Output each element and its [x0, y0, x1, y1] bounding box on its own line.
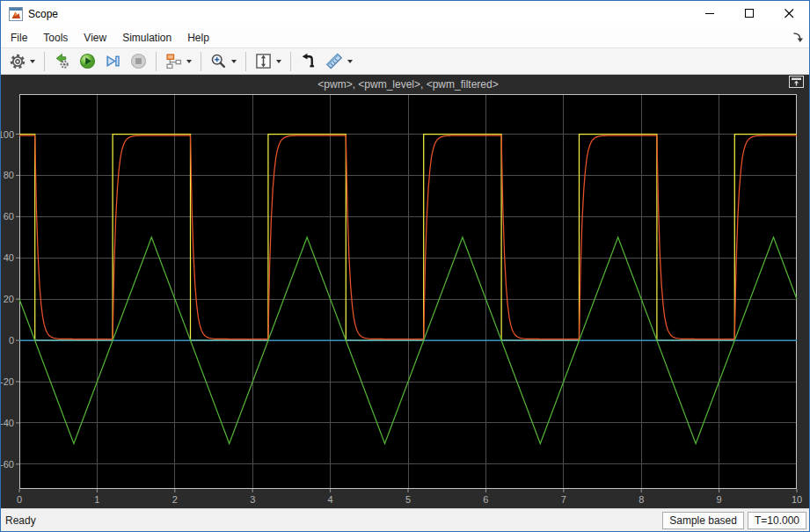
- x-tick-label: 5: [405, 494, 411, 505]
- menu-file[interactable]: File: [3, 29, 35, 47]
- x-tick-label: 9: [717, 494, 722, 505]
- window-title: Scope: [28, 8, 58, 20]
- sim-time-panel: T=10.000: [748, 512, 806, 529]
- x-tick-label: 8: [639, 494, 644, 505]
- x-tick-label: 1: [94, 494, 99, 505]
- maximize-icon: [745, 9, 755, 18]
- settings-dropdown-arrow[interactable]: [30, 60, 35, 63]
- span-axes-icon: [255, 53, 272, 69]
- statusbar: Ready Sample based T=10.000: [1, 508, 809, 531]
- y-tick-label: 0: [9, 335, 14, 346]
- sample-mode-panel: Sample based: [662, 512, 744, 529]
- zoom-dropdown-arrow[interactable]: [231, 60, 237, 63]
- scope-plot-svg[interactable]: 012345678910-60-40-20020406080100<pwm>, …: [1, 75, 809, 508]
- highlight-block-dropdown-arrow[interactable]: [186, 60, 192, 63]
- settings-button[interactable]: [5, 50, 40, 73]
- trigger-button[interactable]: [296, 49, 321, 73]
- close-icon: [784, 9, 794, 18]
- span-dropdown-arrow[interactable]: [276, 60, 281, 63]
- x-tick-label: 3: [250, 494, 255, 505]
- stop-button[interactable]: [126, 49, 151, 73]
- maximize-button[interactable]: [730, 1, 770, 26]
- x-tick-label: 6: [483, 494, 488, 505]
- toolbar-separator: [245, 52, 246, 71]
- scope-window: Scope File Tools View Simulation Help: [0, 0, 810, 532]
- menu-simulation[interactable]: Simulation: [114, 29, 179, 47]
- y-tick-label: 40: [4, 252, 14, 263]
- x-tick-label: 2: [172, 494, 178, 505]
- y-tick-label: 60: [4, 211, 14, 222]
- plot-title: <pwm>, <pwm_level>, <pwm_filtered>: [317, 78, 498, 91]
- run-button[interactable]: [75, 49, 100, 73]
- trigger-icon: [300, 53, 317, 69]
- highlight-simulink-block-button[interactable]: [161, 49, 196, 73]
- menubar: File Tools View Simulation Help: [1, 27, 809, 47]
- y-tick-label: -60: [1, 459, 14, 470]
- titlebar: Scope: [1, 1, 809, 27]
- y-tick-label: -20: [1, 376, 14, 387]
- dock-arrow-icon[interactable]: [792, 32, 803, 43]
- toolbar-separator: [290, 52, 291, 71]
- span-axes-button[interactable]: [251, 49, 286, 73]
- stepping-options-button[interactable]: [49, 49, 75, 73]
- cursor-measurements-button[interactable]: [321, 49, 357, 73]
- x-tick-label: 7: [561, 494, 566, 505]
- simulink-block-icon: [165, 53, 182, 69]
- measurements-dropdown-arrow[interactable]: [347, 60, 353, 63]
- toolbar: [1, 47, 809, 75]
- menu-help[interactable]: Help: [179, 29, 217, 47]
- x-tick-label: 0: [17, 494, 22, 505]
- x-tick-label: 4: [328, 494, 333, 505]
- step-forward-icon: [105, 53, 121, 69]
- matlab-scope-icon: [9, 7, 23, 21]
- y-tick-label: -40: [1, 418, 14, 428]
- run-icon: [79, 53, 96, 69]
- status-text: Ready: [4, 514, 659, 527]
- toolbar-separator: [44, 52, 45, 71]
- minimize-icon: [705, 9, 715, 18]
- y-tick-label: 80: [4, 170, 14, 180]
- toolbar-separator: [156, 52, 157, 71]
- zoom-in-button[interactable]: [206, 49, 241, 73]
- step-forward-button[interactable]: [100, 49, 126, 73]
- zoom-in-icon: [210, 53, 227, 69]
- y-tick-label: 20: [4, 294, 14, 304]
- expand-axes-button[interactable]: [789, 76, 804, 88]
- gear-icon: [10, 54, 26, 69]
- plot-area: 012345678910-60-40-20020406080100<pwm>, …: [1, 75, 809, 508]
- measurements-icon: [325, 53, 343, 69]
- toolbar-separator: [201, 52, 201, 71]
- close-button[interactable]: [770, 1, 809, 26]
- minimize-button[interactable]: [690, 1, 730, 26]
- stepping-options-icon: [54, 53, 70, 69]
- menu-view[interactable]: View: [76, 29, 114, 47]
- menu-tools[interactable]: Tools: [35, 29, 76, 47]
- stop-icon: [130, 53, 147, 69]
- x-tick-label: 10: [792, 494, 802, 505]
- y-tick-label: 100: [1, 129, 14, 140]
